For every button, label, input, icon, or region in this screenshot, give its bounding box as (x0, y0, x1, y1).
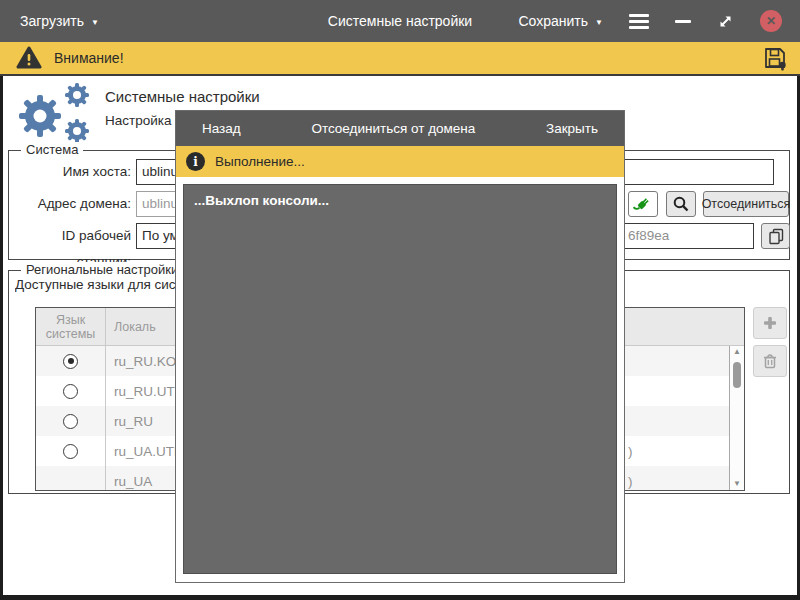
dialog-header: Назад Отсоединиться от домена Закрыть (176, 111, 624, 146)
dialog-back-button[interactable]: Назад (202, 121, 241, 136)
warning-bar: Внимание! (0, 42, 800, 76)
locale-radio[interactable] (63, 354, 78, 369)
page-subtitle: Настройка (105, 113, 171, 128)
dialog-disconnect-button[interactable]: Отсоединиться от домена (311, 121, 475, 136)
info-icon (186, 152, 205, 171)
close-window-button[interactable] (760, 10, 782, 32)
disconnect-button[interactable]: Отсоединиться (703, 191, 789, 217)
warning-icon (16, 46, 42, 70)
locale-radio[interactable] (63, 444, 78, 459)
hamburger-menu-icon[interactable] (629, 14, 649, 29)
copy-icon (766, 226, 786, 246)
progress-dialog: Назад Отсоединиться от домена Закрыть Вы… (175, 110, 625, 583)
languages-description: Доступные языки для систе (15, 277, 181, 292)
system-section-legend: Система (21, 142, 83, 157)
scroll-down-icon[interactable]: ▼ (733, 478, 741, 490)
minimize-button[interactable] (675, 20, 691, 23)
workstation-id-suffix: 6f89ea (628, 224, 669, 248)
window-title: Системные настройки (328, 13, 472, 29)
load-menu-label: Загрузить (20, 13, 84, 29)
console-output: ...Выхлоп консоли... (183, 184, 617, 574)
page-title: Системные настройки (105, 88, 260, 105)
add-locale-button[interactable] (753, 307, 787, 339)
save-floppy-button[interactable] (762, 45, 788, 71)
delete-locale-button[interactable] (753, 345, 787, 377)
regional-section-legend: Региональные настройки (21, 262, 183, 277)
trash-icon (761, 352, 779, 370)
search-domain-button[interactable] (666, 191, 696, 217)
window-frame-left (0, 76, 3, 600)
dialog-close-button[interactable]: Закрыть (546, 121, 598, 136)
plus-icon (762, 315, 778, 331)
save-menu-button[interactable]: Сохранить (519, 13, 604, 29)
window-frame-bottom (0, 595, 800, 600)
locale-radio[interactable] (63, 384, 78, 399)
save-menu-label: Сохранить (519, 13, 589, 29)
scrollbar-thumb[interactable] (733, 362, 741, 388)
hostname-label: Имя хоста: (13, 159, 131, 185)
titlebar: Загрузить Системные настройки Сохранить (0, 0, 800, 42)
domain-label: Адрес домена: (13, 191, 131, 217)
load-menu-button[interactable]: Загрузить (20, 13, 99, 29)
table-scrollbar[interactable]: ▲ ▼ (729, 346, 744, 490)
locale-radio[interactable] (63, 414, 78, 429)
expand-icon[interactable] (717, 13, 734, 30)
copy-id-button[interactable] (761, 223, 790, 249)
connect-plug-button[interactable] (628, 191, 658, 217)
column-header-language: Язык системы (36, 308, 106, 345)
search-icon (672, 195, 690, 213)
dialog-status-message: Выполнение... (215, 154, 305, 169)
warning-message: Внимание! (54, 50, 124, 66)
dialog-status-bar: Выполнение... (176, 146, 624, 177)
scroll-up-icon[interactable]: ▲ (733, 346, 741, 358)
gears-icon (10, 82, 98, 144)
plug-icon (633, 194, 653, 214)
